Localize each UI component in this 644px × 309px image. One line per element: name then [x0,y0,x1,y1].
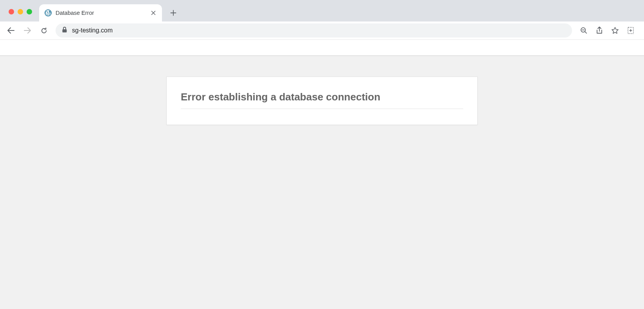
overflow-icon [628,27,634,34]
close-icon [151,11,156,15]
share-button[interactable] [592,23,606,38]
error-card: Error establishing a database connection [166,77,478,125]
tab-title: Database Error [56,10,146,16]
tab-close-button[interactable] [150,10,157,16]
browser-tab-strip: Database Error [0,0,644,21]
zoom-out-icon [580,27,588,34]
window-controls [4,9,37,21]
lock-icon [62,27,67,34]
content-header-strip [0,40,644,56]
plus-icon [170,10,176,16]
zoom-button[interactable] [577,23,591,38]
window-close-button[interactable] [9,9,14,14]
forward-button[interactable] [20,23,34,38]
window-maximize-button[interactable] [27,9,32,14]
wordpress-icon [45,9,52,16]
address-bar[interactable]: sg-testing.com [56,23,572,38]
url-text: sg-testing.com [72,27,566,34]
toolbar-right-actions [577,23,640,38]
error-heading: Error establishing a database connection [181,91,463,109]
share-icon [596,27,603,34]
star-icon [611,27,619,34]
new-tab-button[interactable] [167,7,179,19]
browser-tab[interactable]: Database Error [39,4,162,21]
reload-button[interactable] [37,23,51,38]
browser-toolbar: sg-testing.com [0,21,644,40]
page-content: Error establishing a database connection [0,56,644,125]
window-minimize-button[interactable] [18,9,23,14]
arrow-right-icon [23,27,31,34]
extensions-overflow-button[interactable] [624,23,638,38]
svg-rect-3 [63,29,67,32]
arrow-left-icon [7,27,15,34]
back-button[interactable] [4,23,18,38]
bookmark-button[interactable] [608,23,622,38]
reload-icon [40,27,48,34]
